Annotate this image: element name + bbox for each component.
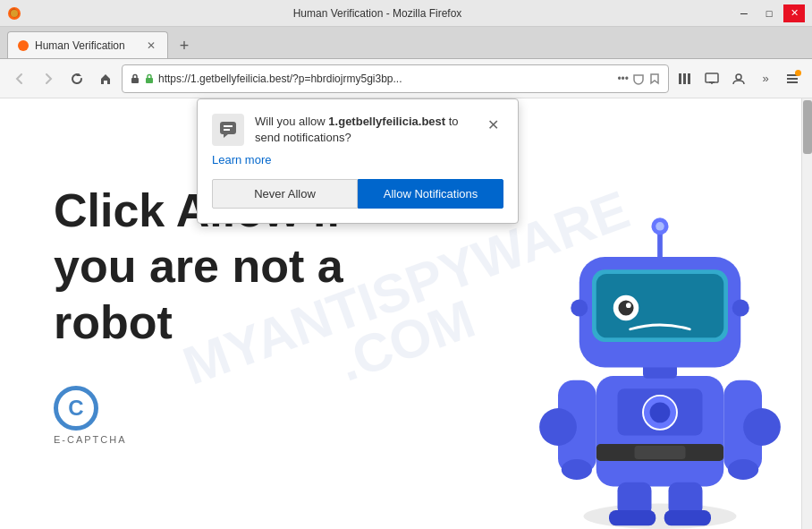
home-button[interactable] (93, 66, 118, 91)
svg-rect-8 (688, 73, 690, 84)
popup-header: Will you allow 1.getbellyfeilicia.best t… (212, 114, 503, 146)
bookmark-icon (648, 73, 661, 85)
robot-illustration (526, 189, 794, 529)
svg-rect-19 (635, 446, 686, 459)
svg-rect-5 (146, 78, 153, 83)
notification-popup: Will you allow 1.getbellyfeilicia.best t… (197, 98, 519, 224)
synced-tabs-button[interactable] (699, 66, 724, 91)
content-right (490, 98, 812, 529)
svg-rect-9 (706, 73, 718, 82)
account-icon (732, 72, 746, 86)
reload-button[interactable] (64, 66, 89, 91)
robot-svg (526, 189, 794, 529)
back-button[interactable] (7, 66, 32, 91)
url-text: https://1.getbellyfeilicia.best/?p=hbrdi… (158, 73, 613, 85)
tab-close-button[interactable]: ✕ (144, 38, 158, 53)
svg-point-12 (736, 74, 741, 80)
svg-point-22 (650, 402, 671, 422)
popup-chat-icon (212, 114, 244, 146)
nav-bar: https://1.getbellyfeilicia.best/?p=hbrdi… (0, 59, 812, 98)
close-button[interactable]: ✕ (783, 4, 805, 22)
account-button[interactable] (726, 66, 751, 91)
active-tab[interactable]: Human Verification ✕ (7, 31, 168, 58)
allow-notifications-button[interactable]: Allow Notifications (358, 179, 503, 209)
window-title: Human Verification - Mozilla Firefox (21, 7, 733, 20)
security-icon (130, 73, 140, 84)
home-icon (99, 73, 112, 85)
library-icon (678, 72, 692, 86)
title-bar-left (7, 6, 21, 21)
svg-rect-6 (679, 73, 681, 84)
svg-rect-44 (609, 510, 656, 525)
https-icon (144, 73, 155, 84)
svg-point-41 (732, 300, 749, 317)
library-button[interactable] (672, 66, 698, 91)
new-tab-button[interactable]: + (172, 33, 197, 58)
svg-point-40 (571, 300, 588, 317)
popup-message: Will you allow 1.getbellyfeilicia.best t… (255, 114, 471, 146)
svg-point-2 (18, 40, 29, 51)
minimize-button[interactable]: ─ (733, 4, 755, 22)
restore-button[interactable]: □ (758, 4, 780, 22)
window-controls: ─ □ ✕ (733, 4, 805, 22)
menu-button[interactable] (780, 66, 805, 91)
svg-point-35 (618, 300, 633, 315)
popup-domain: 1.getbellyfeilicia.best (328, 115, 445, 128)
svg-point-16 (584, 504, 737, 530)
learn-more-link[interactable]: Learn more (212, 153, 503, 166)
svg-point-27 (743, 408, 781, 446)
never-allow-button[interactable]: Never Allow (212, 179, 358, 209)
tab-favicon (17, 39, 30, 52)
svg-rect-4 (131, 78, 139, 83)
svg-rect-7 (683, 73, 686, 84)
forward-button[interactable] (36, 66, 61, 91)
forward-icon (42, 73, 55, 85)
title-bar: Human Verification - Mozilla Firefox ─ □… (0, 0, 812, 27)
svg-marker-47 (224, 134, 228, 138)
svg-rect-45 (664, 510, 711, 525)
firefox-icon (7, 6, 21, 21)
nav-extras: » (672, 66, 805, 91)
chat-bubble-icon (218, 120, 238, 140)
scrollbar-thumb[interactable] (803, 100, 812, 154)
synced-tabs-icon (705, 72, 719, 86)
extensions-icon: » (762, 72, 768, 85)
address-bar[interactable]: https://1.getbellyfeilicia.best/?p=hbrdi… (122, 64, 669, 93)
popup-close-button[interactable]: ✕ (482, 114, 503, 135)
svg-point-39 (656, 222, 664, 230)
extensions-button[interactable]: » (753, 66, 778, 91)
scrollbar[interactable] (801, 98, 812, 529)
tab-bar: Human Verification ✕ + (0, 27, 812, 59)
reload-icon (71, 73, 83, 85)
svg-rect-46 (220, 122, 236, 134)
popup-message-pre: Will you allow (255, 115, 328, 128)
pocket-icon (632, 73, 645, 85)
tab-label: Human Verification (35, 39, 139, 52)
svg-point-36 (626, 303, 631, 308)
back-icon (13, 73, 26, 85)
captcha-logo: C E-CAPTCHA (54, 386, 436, 445)
captcha-icon: C (54, 386, 98, 431)
captcha-label: E-CAPTCHA (54, 434, 127, 445)
more-actions-icon[interactable]: ••• (617, 73, 629, 85)
svg-point-28 (728, 459, 758, 480)
hamburger-icon (785, 72, 799, 86)
svg-point-24 (539, 408, 577, 446)
popup-buttons: Never Allow Allow Notifications (212, 179, 503, 209)
svg-point-25 (562, 459, 592, 480)
